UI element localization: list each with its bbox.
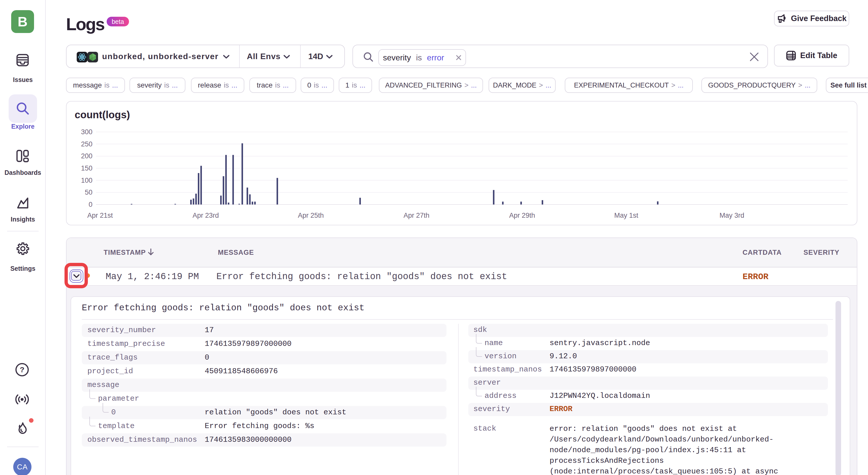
svg-text:Apr 21st: Apr 21st	[87, 212, 113, 219]
svg-text:?: ?	[20, 365, 24, 374]
svg-text:0: 0	[89, 201, 92, 208]
svg-text:100: 100	[81, 177, 92, 184]
svg-text:50: 50	[85, 189, 92, 196]
svg-text:May 3rd: May 3rd	[719, 212, 744, 219]
svg-text:300: 300	[81, 128, 92, 136]
svg-text:200: 200	[81, 152, 92, 160]
svg-text:May 1st: May 1st	[614, 212, 639, 219]
svg-text:Apr 29th: Apr 29th	[509, 212, 535, 219]
svg-text:Apr 27th: Apr 27th	[404, 212, 429, 219]
svg-text:Apr 23rd: Apr 23rd	[192, 212, 219, 219]
svg-text:150: 150	[81, 164, 92, 172]
svg-text:250: 250	[81, 140, 92, 148]
svg-text:Apr 25th: Apr 25th	[298, 212, 324, 219]
